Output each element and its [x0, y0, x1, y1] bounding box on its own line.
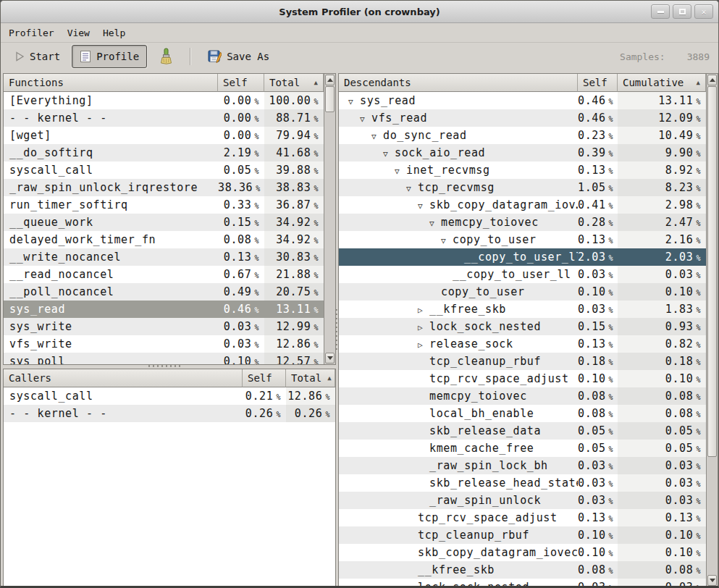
scroll-down-button[interactable]: [707, 575, 717, 586]
save-as-button[interactable]: Save As: [200, 45, 277, 68]
self-value: 0.13%: [578, 509, 618, 526]
table-row[interactable]: vfs_write0.03%12.86%: [4, 335, 324, 353]
menu-view[interactable]: View: [61, 25, 96, 41]
tree-row[interactable]: ▷release_sock0.13%0.82%: [339, 335, 706, 353]
tree-row[interactable]: local_bh_enable0.08%0.08%: [339, 405, 706, 422]
table-row[interactable]: - - kernel - -0.00%88.71%: [4, 109, 324, 127]
titlebar[interactable]: System Profiler (on crownbay) ✕: [1, 1, 718, 23]
tree-row[interactable]: __kfree_skb0.08%0.08%: [339, 561, 706, 579]
expander-open-icon[interactable]: ▽: [383, 146, 395, 161]
scroll-thumb[interactable]: [707, 86, 717, 457]
tree-row[interactable]: _raw_spin_lock_bh0.03%0.03%: [339, 457, 706, 474]
functions-scrollbar[interactable]: [324, 74, 335, 364]
tree-row[interactable]: skb_copy_datagram_iovec0.10%0.10%: [339, 544, 706, 561]
tree-row[interactable]: __copy_to_user_ll2.03%2.03%: [339, 248, 706, 266]
descendant-name: ▽sys_read: [339, 92, 578, 109]
vertical-pane-grip[interactable]: [335, 308, 338, 353]
table-row[interactable]: sys_read0.46%13.11%: [4, 301, 324, 318]
tree-row[interactable]: ▷lock_sock_nested0.15%0.93%: [339, 318, 706, 335]
tree-row[interactable]: ▽tcp_recvmsg1.05%8.23%: [339, 179, 706, 196]
table-row[interactable]: __write_nocancel0.13%30.83%: [4, 248, 324, 266]
tree-row[interactable]: lock_sock_nested0.03%0.03%: [339, 579, 706, 587]
tree-row[interactable]: copy_to_user0.10%0.10%: [339, 283, 706, 301]
scroll-up-button[interactable]: [707, 75, 717, 85]
scroll-up-button[interactable]: [325, 75, 335, 85]
expander-open-icon[interactable]: ▽: [360, 111, 371, 127]
tree-row[interactable]: ▽skb_copy_datagram_iov…0.41%2.98%: [339, 196, 706, 214]
maximize-button[interactable]: [673, 4, 691, 19]
self-value: 0.03%: [578, 492, 618, 509]
table-row[interactable]: __queue_work0.15%34.92%: [4, 214, 324, 231]
functions-header: Functions Self Total▲: [4, 74, 324, 92]
table-row[interactable]: _raw_spin_unlock_irqrestore38.36%38.83%: [4, 179, 324, 196]
table-row[interactable]: sys_write0.03%12.99%: [4, 318, 324, 335]
tree-row[interactable]: ▷__kfree_skb0.03%1.83%: [339, 301, 706, 318]
descendants-scrollbar[interactable]: [706, 74, 718, 587]
table-row[interactable]: [Everything]0.00%100.00%: [4, 92, 324, 109]
tree-row[interactable]: __copy_to_user_ll0.03%0.03%: [339, 266, 706, 283]
tree-row[interactable]: ▽memcpy_toiovec0.28%2.47%: [339, 214, 706, 231]
tree-row[interactable]: skb_release_head_state0.03%0.03%: [339, 474, 706, 492]
scroll-thumb[interactable]: [325, 86, 335, 112]
table-row[interactable]: [wget]0.00%79.94%: [4, 127, 324, 144]
descendant-name: tcp_cleanup_rbuf: [339, 526, 578, 544]
profile-toggle-button[interactable]: Profile: [72, 45, 147, 68]
column-header-descendants[interactable]: Descendants: [339, 74, 578, 92]
table-row[interactable]: __do_softirq2.19%41.68%: [4, 144, 324, 161]
tree-row[interactable]: ▽do_sync_read0.23%10.49%: [339, 127, 706, 144]
menu-profiler[interactable]: Profiler: [2, 25, 61, 41]
tree-row[interactable]: ▽sock_aio_read0.39%9.90%: [339, 144, 706, 161]
tree-row[interactable]: ▽sys_read0.46%13.11%: [339, 92, 706, 109]
column-header-callers[interactable]: Callers: [4, 369, 243, 387]
column-header-cumulative[interactable]: Cumulative▲: [618, 74, 706, 92]
tree-row[interactable]: memcpy_toiovec0.08%0.08%: [339, 387, 706, 405]
column-header-functions[interactable]: Functions: [4, 74, 218, 92]
horizontal-pane-grip[interactable]: [147, 364, 183, 369]
minimize-button[interactable]: [651, 4, 670, 19]
sort-ascending-icon: ▲: [691, 79, 700, 86]
expander-closed-icon[interactable]: ▷: [418, 302, 429, 318]
tree-row[interactable]: ▽inet_recvmsg0.13%8.92%: [339, 161, 706, 179]
tree-row[interactable]: kmem_cache_free0.05%0.05%: [339, 440, 706, 457]
table-row[interactable]: sys_poll0.10%12.57%: [4, 353, 324, 364]
scroll-down-button[interactable]: [325, 353, 335, 364]
tree-row[interactable]: ▽copy_to_user0.13%2.16%: [339, 231, 706, 248]
column-header-self[interactable]: Self: [243, 369, 286, 387]
column-header-total[interactable]: Total▲: [286, 369, 335, 387]
table-row[interactable]: syscall_call0.05%39.88%: [4, 161, 324, 179]
descendant-name: ▽do_sync_read: [339, 127, 578, 144]
expander-open-icon[interactable]: ▽: [395, 163, 406, 179]
expander-open-icon[interactable]: ▽: [406, 180, 418, 196]
self-value: 0.00%: [218, 109, 264, 127]
start-button[interactable]: Start: [7, 45, 68, 68]
column-header-self[interactable]: Self: [218, 74, 264, 92]
close-button[interactable]: ✕: [694, 4, 713, 19]
table-row[interactable]: __read_nocancel0.67%21.88%: [4, 266, 324, 283]
expander-open-icon[interactable]: ▽: [348, 93, 360, 109]
menu-help[interactable]: Help: [96, 25, 132, 41]
reset-button[interactable]: [151, 45, 181, 68]
table-row[interactable]: syscall_call0.21%12.86%: [4, 387, 335, 405]
descendant-name: ▽memcpy_toiovec: [339, 214, 578, 231]
table-row[interactable]: run_timer_softirq0.33%36.87%: [4, 196, 324, 214]
tree-row[interactable]: tcp_cleanup_rbuf0.10%0.10%: [339, 526, 706, 544]
tree-row[interactable]: tcp_rcv_space_adjust0.10%0.10%: [339, 370, 706, 387]
table-row[interactable]: - - kernel - -0.26%0.26%: [4, 405, 335, 422]
tree-row[interactable]: tcp_cleanup_rbuf0.18%0.18%: [339, 353, 706, 370]
expander-open-icon[interactable]: ▽: [418, 198, 429, 214]
toolbar-separator: [190, 48, 191, 65]
tree-row[interactable]: skb_release_data0.05%0.05%: [339, 422, 706, 440]
tree-row[interactable]: ▽vfs_read0.46%12.09%: [339, 109, 706, 127]
expander-closed-icon[interactable]: ▷: [418, 337, 429, 353]
expander-open-icon[interactable]: ▽: [441, 232, 453, 248]
tree-row[interactable]: tcp_rcv_space_adjust0.13%0.13%: [339, 509, 706, 526]
tree-row[interactable]: _raw_spin_unlock0.03%0.03%: [339, 492, 706, 509]
table-row[interactable]: delayed_work_timer_fn0.08%34.92%: [4, 231, 324, 248]
table-row[interactable]: __poll_nocancel0.49%20.75%: [4, 283, 324, 301]
expander-closed-icon[interactable]: ▷: [418, 319, 429, 335]
expander-open-icon[interactable]: ▽: [371, 128, 383, 144]
self-value: 0.08%: [578, 405, 618, 422]
column-header-total[interactable]: Total▲: [264, 74, 324, 92]
expander-open-icon[interactable]: ▽: [429, 215, 441, 231]
column-header-self[interactable]: Self: [578, 74, 618, 92]
